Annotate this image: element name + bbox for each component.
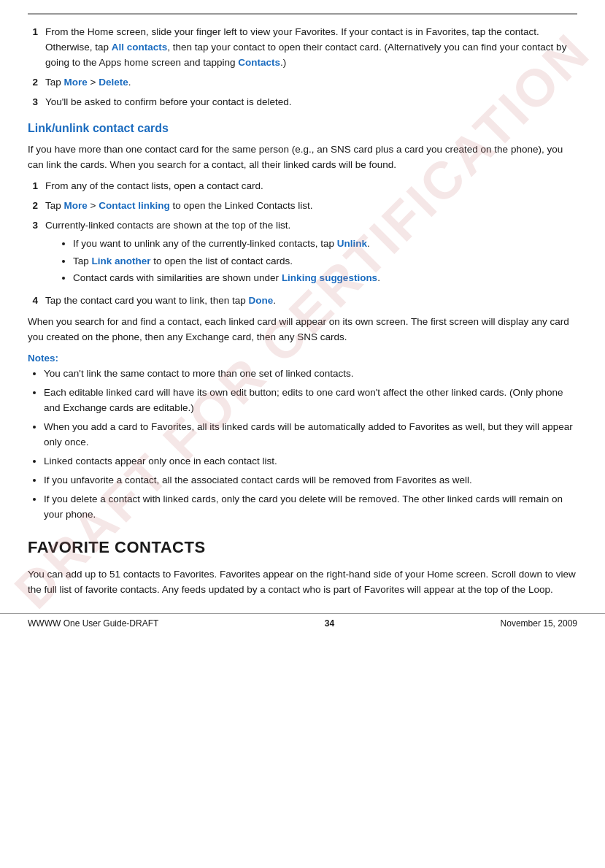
bullet-link-another: Tap Link another to open the list of con… [73, 254, 577, 269]
contacts-link: Contacts [238, 57, 280, 68]
favorite-contacts-para: You can add up to 51 contacts to Favorit… [28, 567, 577, 598]
note-6: If you delete a contact with linked card… [44, 492, 577, 523]
link-step-num-2: 2 [28, 199, 38, 214]
link-step-1: 1 From any of the contact lists, open a … [28, 179, 577, 194]
footer-date: November 15, 2009 [501, 618, 577, 629]
step-3: 3 You'll be asked to confirm before your… [28, 95, 577, 110]
link-step-num-1: 1 [28, 179, 38, 194]
step-num-2: 2 [28, 75, 38, 91]
link-step-3: 3 Currently-linked contacts are shown at… [28, 218, 577, 290]
link-step-content-4: Tap the contact card you want to link, t… [45, 293, 577, 309]
step-content-3: You'll be asked to confirm before your c… [45, 95, 577, 110]
after-steps-para: When you search for and find a contact, … [28, 315, 577, 345]
bullet-linking-suggestions: Contact cards with similarities are show… [73, 271, 577, 286]
note-1: You can't link the same contact to more … [44, 366, 577, 382]
favorite-contacts-heading: FAVORITE CONTACTS [28, 538, 577, 557]
unlink-link: Unlink [337, 238, 367, 249]
link-intro-para: If you have more than one contact card f… [28, 142, 577, 173]
link-step-content-3: Currently-linked contacts are shown at t… [45, 218, 577, 290]
bullet-unlink: If you want to unlink any of the current… [73, 237, 577, 252]
note-2: Each editable linked card will have its … [44, 385, 577, 416]
step-content-1: From the Home screen, slide your finger … [45, 25, 577, 71]
link-step-content-1: From any of the contact lists, open a co… [45, 179, 577, 194]
page: DRAFT FOR CERTIFICATION 1 From the Home … [0, 0, 605, 640]
step-1: 1 From the Home screen, slide your finge… [28, 25, 577, 71]
more-link-1: More [64, 77, 88, 88]
steps-list-1: 1 From the Home screen, slide your finge… [28, 25, 577, 110]
footer-page-number: 34 [325, 618, 334, 629]
top-border [28, 13, 577, 15]
notes-label: Notes: [28, 353, 577, 364]
link-another-link: Link another [92, 256, 151, 266]
link-step-num-4: 4 [28, 293, 38, 309]
link-step-num-3: 3 [28, 218, 38, 290]
note-3: When you add a card to Favorites, all it… [44, 420, 577, 450]
step-2: 2 Tap More > Delete. [28, 75, 577, 91]
link-step-4: 4 Tap the contact card you want to link,… [28, 293, 577, 309]
linking-suggestions-link: Linking suggestions [282, 272, 377, 283]
more-link-2: More [64, 200, 88, 211]
all-contacts-link: All contacts [112, 42, 168, 53]
step-num-3: 3 [28, 95, 38, 110]
link-step-2: 2 Tap More > Contact linking to open the… [28, 199, 577, 214]
link-step-3-bullets: If you want to unlink any of the current… [45, 237, 577, 287]
note-5: If you unfavorite a contact, all the ass… [44, 473, 577, 488]
link-steps-list: 1 From any of the contact lists, open a … [28, 179, 577, 309]
note-4: Linked contacts appear only once in each… [44, 454, 577, 469]
done-link: Done [248, 295, 273, 306]
footer: WWWW One User Guide-DRAFT 34 November 15… [0, 613, 605, 629]
notes-list: You can't link the same contact to more … [28, 366, 577, 522]
link-section-heading: Link/unlink contact cards [28, 120, 577, 137]
delete-link: Delete [99, 77, 128, 88]
step-content-2: Tap More > Delete. [45, 75, 577, 91]
step-num-1: 1 [28, 25, 38, 71]
link-step-content-2: Tap More > Contact linking to open the L… [45, 199, 577, 214]
footer-left: WWWW One User Guide-DRAFT [28, 618, 158, 629]
contact-linking-link: Contact linking [99, 200, 170, 211]
